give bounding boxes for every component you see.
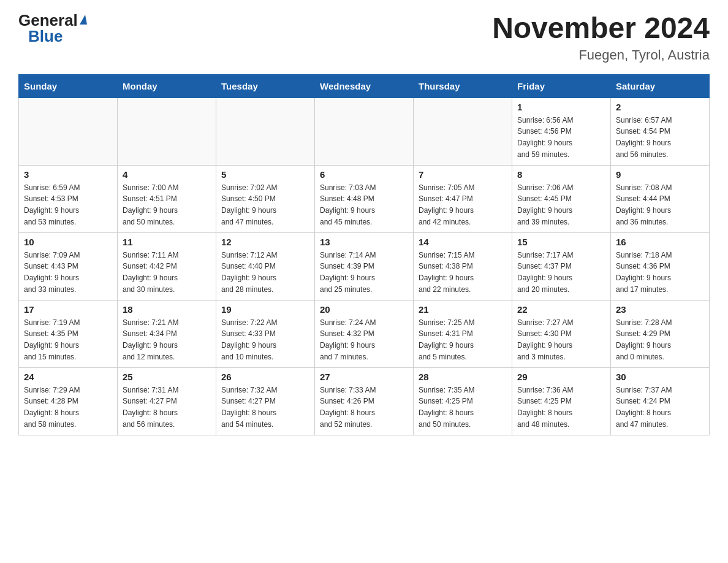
day-info: Sunrise: 7:36 AMSunset: 4:25 PMDaylight:… <box>517 385 605 430</box>
calendar-cell: 5Sunrise: 7:02 AMSunset: 4:50 PMDaylight… <box>216 165 315 232</box>
day-number: 13 <box>320 237 408 247</box>
weekday-header-tuesday: Tuesday <box>216 74 315 98</box>
calendar-cell: 11Sunrise: 7:11 AMSunset: 4:42 PMDayligh… <box>118 232 216 300</box>
location-title: Fuegen, Tyrol, Austria <box>492 47 710 63</box>
week-row-5: 24Sunrise: 7:29 AMSunset: 4:28 PMDayligh… <box>19 367 710 435</box>
day-number: 29 <box>517 372 605 382</box>
day-info: Sunrise: 7:06 AMSunset: 4:45 PMDaylight:… <box>517 182 605 228</box>
day-number: 17 <box>24 304 112 315</box>
day-number: 23 <box>616 304 704 315</box>
calendar-cell: 17Sunrise: 7:19 AMSunset: 4:35 PMDayligh… <box>19 300 118 367</box>
day-number: 4 <box>123 169 211 180</box>
day-number: 9 <box>616 169 704 180</box>
day-number: 24 <box>24 372 112 382</box>
day-info: Sunrise: 7:25 AMSunset: 4:31 PMDaylight:… <box>419 317 507 362</box>
day-info: Sunrise: 6:59 AMSunset: 4:53 PMDaylight:… <box>24 182 112 228</box>
calendar-cell: 22Sunrise: 7:27 AMSunset: 4:30 PMDayligh… <box>512 300 611 367</box>
weekday-header-thursday: Thursday <box>414 74 512 98</box>
calendar-cell <box>19 98 118 165</box>
day-info: Sunrise: 7:27 AMSunset: 4:30 PMDaylight:… <box>517 317 605 362</box>
day-info: Sunrise: 7:05 AMSunset: 4:47 PMDaylight:… <box>419 182 507 228</box>
week-row-1: 1Sunrise: 6:56 AMSunset: 4:56 PMDaylight… <box>19 98 710 165</box>
day-info: Sunrise: 7:11 AMSunset: 4:42 PMDaylight:… <box>123 250 211 295</box>
day-info: Sunrise: 7:17 AMSunset: 4:37 PMDaylight:… <box>517 250 605 295</box>
calendar-cell: 9Sunrise: 7:08 AMSunset: 4:44 PMDaylight… <box>611 165 710 232</box>
week-row-3: 10Sunrise: 7:09 AMSunset: 4:43 PMDayligh… <box>19 232 710 300</box>
day-info: Sunrise: 7:32 AMSunset: 4:27 PMDaylight:… <box>221 385 309 430</box>
calendar-cell: 13Sunrise: 7:14 AMSunset: 4:39 PMDayligh… <box>315 232 414 300</box>
day-info: Sunrise: 7:18 AMSunset: 4:36 PMDaylight:… <box>616 250 704 295</box>
weekday-header-saturday: Saturday <box>611 74 710 98</box>
day-number: 25 <box>123 372 211 382</box>
day-number: 20 <box>320 304 408 315</box>
day-number: 2 <box>616 102 704 112</box>
day-number: 8 <box>517 169 605 180</box>
weekday-header-wednesday: Wednesday <box>315 74 414 98</box>
day-number: 19 <box>221 304 309 315</box>
calendar-cell: 7Sunrise: 7:05 AMSunset: 4:47 PMDaylight… <box>414 165 512 232</box>
weekday-header-sunday: Sunday <box>19 74 118 98</box>
day-number: 14 <box>419 237 507 247</box>
title-section: November 2024 Fuegen, Tyrol, Austria <box>492 12 710 63</box>
day-number: 5 <box>221 169 309 180</box>
calendar-cell: 25Sunrise: 7:31 AMSunset: 4:27 PMDayligh… <box>118 367 216 435</box>
day-info: Sunrise: 7:14 AMSunset: 4:39 PMDaylight:… <box>320 250 408 295</box>
day-number: 21 <box>419 304 507 315</box>
day-number: 22 <box>517 304 605 315</box>
day-number: 6 <box>320 169 408 180</box>
weekday-header-monday: Monday <box>118 74 216 98</box>
calendar-cell <box>118 98 216 165</box>
day-info: Sunrise: 7:15 AMSunset: 4:38 PMDaylight:… <box>419 250 507 295</box>
calendar-cell: 6Sunrise: 7:03 AMSunset: 4:48 PMDaylight… <box>315 165 414 232</box>
day-info: Sunrise: 7:33 AMSunset: 4:26 PMDaylight:… <box>320 385 408 430</box>
calendar-cell: 20Sunrise: 7:24 AMSunset: 4:32 PMDayligh… <box>315 300 414 367</box>
week-row-2: 3Sunrise: 6:59 AMSunset: 4:53 PMDaylight… <box>19 165 710 232</box>
calendar-cell: 24Sunrise: 7:29 AMSunset: 4:28 PMDayligh… <box>19 367 118 435</box>
calendar-cell: 1Sunrise: 6:56 AMSunset: 4:56 PMDaylight… <box>512 98 611 165</box>
calendar-cell: 12Sunrise: 7:12 AMSunset: 4:40 PMDayligh… <box>216 232 315 300</box>
day-info: Sunrise: 7:28 AMSunset: 4:29 PMDaylight:… <box>616 317 704 362</box>
calendar-cell <box>414 98 512 165</box>
calendar-cell: 3Sunrise: 6:59 AMSunset: 4:53 PMDaylight… <box>19 165 118 232</box>
logo-general-text: General <box>18 12 87 28</box>
day-info: Sunrise: 7:35 AMSunset: 4:25 PMDaylight:… <box>419 385 507 430</box>
day-number: 26 <box>221 372 309 382</box>
day-number: 30 <box>616 372 704 382</box>
day-number: 1 <box>517 102 605 112</box>
calendar-cell: 26Sunrise: 7:32 AMSunset: 4:27 PMDayligh… <box>216 367 315 435</box>
calendar-cell: 21Sunrise: 7:25 AMSunset: 4:31 PMDayligh… <box>414 300 512 367</box>
day-number: 28 <box>419 372 507 382</box>
day-info: Sunrise: 7:29 AMSunset: 4:28 PMDaylight:… <box>24 385 112 430</box>
calendar-cell: 8Sunrise: 7:06 AMSunset: 4:45 PMDaylight… <box>512 165 611 232</box>
page-header: General Blue November 2024 Fuegen, Tyrol… <box>18 12 710 63</box>
day-info: Sunrise: 7:21 AMSunset: 4:34 PMDaylight:… <box>123 317 211 362</box>
day-info: Sunrise: 7:08 AMSunset: 4:44 PMDaylight:… <box>616 182 704 228</box>
logo-blue-text: Blue <box>18 28 63 44</box>
day-info: Sunrise: 7:12 AMSunset: 4:40 PMDaylight:… <box>221 250 309 295</box>
day-info: Sunrise: 7:22 AMSunset: 4:33 PMDaylight:… <box>221 317 309 362</box>
weekday-header-row: SundayMondayTuesdayWednesdayThursdayFrid… <box>19 74 710 98</box>
calendar-cell: 23Sunrise: 7:28 AMSunset: 4:29 PMDayligh… <box>611 300 710 367</box>
calendar-cell: 18Sunrise: 7:21 AMSunset: 4:34 PMDayligh… <box>118 300 216 367</box>
weekday-header-friday: Friday <box>512 74 611 98</box>
day-info: Sunrise: 7:37 AMSunset: 4:24 PMDaylight:… <box>616 385 704 430</box>
day-number: 27 <box>320 372 408 382</box>
week-row-4: 17Sunrise: 7:19 AMSunset: 4:35 PMDayligh… <box>19 300 710 367</box>
day-info: Sunrise: 7:02 AMSunset: 4:50 PMDaylight:… <box>221 182 309 228</box>
day-info: Sunrise: 7:00 AMSunset: 4:51 PMDaylight:… <box>123 182 211 228</box>
day-number: 7 <box>419 169 507 180</box>
calendar-cell <box>216 98 315 165</box>
calendar-cell: 10Sunrise: 7:09 AMSunset: 4:43 PMDayligh… <box>19 232 118 300</box>
day-info: Sunrise: 6:57 AMSunset: 4:54 PMDaylight:… <box>616 115 704 160</box>
calendar-cell: 16Sunrise: 7:18 AMSunset: 4:36 PMDayligh… <box>611 232 710 300</box>
day-info: Sunrise: 7:19 AMSunset: 4:35 PMDaylight:… <box>24 317 112 362</box>
day-number: 16 <box>616 237 704 247</box>
calendar-cell: 2Sunrise: 6:57 AMSunset: 4:54 PMDaylight… <box>611 98 710 165</box>
day-number: 15 <box>517 237 605 247</box>
calendar-cell: 30Sunrise: 7:37 AMSunset: 4:24 PMDayligh… <box>611 367 710 435</box>
day-info: Sunrise: 7:24 AMSunset: 4:32 PMDaylight:… <box>320 317 408 362</box>
day-info: Sunrise: 7:09 AMSunset: 4:43 PMDaylight:… <box>24 250 112 295</box>
calendar-cell <box>315 98 414 165</box>
logo-triangle-icon <box>80 15 87 25</box>
calendar-cell: 29Sunrise: 7:36 AMSunset: 4:25 PMDayligh… <box>512 367 611 435</box>
